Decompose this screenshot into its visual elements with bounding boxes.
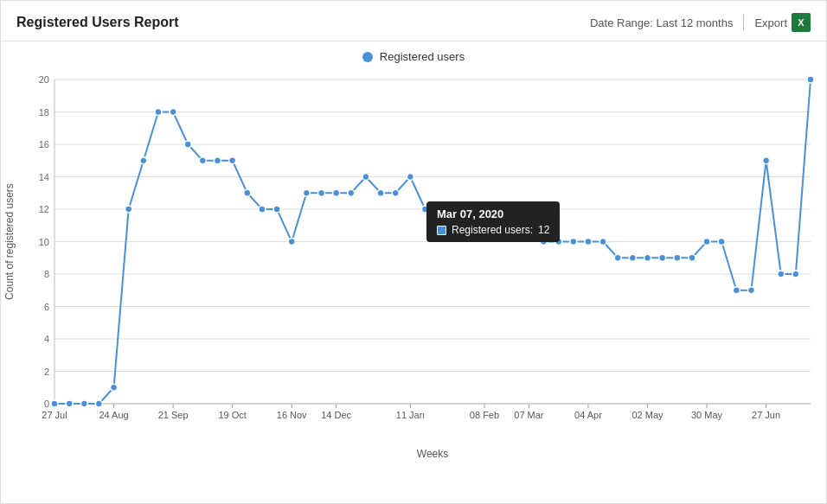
svg-point-101 (807, 76, 814, 83)
svg-point-55 (125, 206, 132, 213)
svg-point-86 (585, 239, 592, 246)
svg-point-91 (659, 254, 666, 261)
svg-text:14: 14 (39, 172, 49, 182)
svg-point-80 (496, 206, 503, 213)
svg-text:2: 2 (44, 367, 49, 377)
svg-text:27 Jul: 27 Jul (42, 410, 67, 420)
svg-point-97 (747, 287, 754, 294)
svg-point-88 (614, 254, 621, 261)
svg-point-67 (303, 189, 310, 196)
svg-text:11 Jan: 11 Jan (396, 410, 425, 420)
svg-text:19 Oct: 19 Oct (218, 410, 246, 420)
legend-label: Registered users (380, 50, 465, 63)
chart-container: Registered Users Report Date Range: Last… (0, 0, 827, 504)
svg-point-53 (95, 400, 102, 407)
svg-text:30 May: 30 May (691, 410, 723, 420)
svg-point-96 (733, 287, 740, 294)
export-label: Export (754, 16, 787, 29)
svg-text:0: 0 (44, 399, 49, 409)
svg-point-50 (51, 400, 58, 407)
svg-text:14 Dec: 14 Dec (321, 410, 351, 420)
svg-point-56 (140, 157, 147, 164)
svg-text:24 Aug: 24 Aug (99, 410, 128, 420)
svg-point-70 (348, 189, 355, 196)
chart-header: Registered Users Report Date Range: Last… (1, 1, 826, 41)
legend-dot (362, 52, 373, 62)
svg-text:18: 18 (39, 107, 49, 118)
svg-text:04 Apr: 04 Apr (574, 410, 602, 420)
svg-text:6: 6 (44, 302, 49, 312)
svg-point-90 (644, 254, 651, 261)
svg-point-78 (466, 206, 473, 213)
svg-text:16 Nov: 16 Nov (277, 410, 307, 420)
svg-point-93 (689, 254, 696, 261)
svg-point-95 (718, 239, 725, 246)
svg-text:08 Feb: 08 Feb (470, 410, 499, 420)
svg-point-75 (421, 206, 428, 213)
header-divider (743, 15, 744, 30)
svg-point-79 (481, 206, 488, 213)
svg-text:Weeks: Weeks (417, 448, 448, 460)
svg-point-83 (541, 239, 548, 246)
header-right: Date Range: Last 12 months Export X (590, 13, 811, 32)
svg-text:10: 10 (39, 237, 49, 247)
export-icon: X (792, 13, 811, 32)
svg-point-100 (792, 271, 799, 278)
svg-point-98 (763, 157, 770, 164)
svg-point-81 (510, 206, 517, 213)
svg-point-84 (555, 239, 562, 246)
svg-point-62 (229, 157, 236, 164)
svg-point-64 (259, 206, 266, 213)
svg-text:16: 16 (39, 139, 49, 150)
chart-legend: Registered users (1, 50, 826, 63)
svg-point-68 (317, 189, 324, 196)
svg-text:12: 12 (39, 204, 49, 214)
svg-point-61 (215, 157, 221, 164)
svg-point-71 (362, 174, 369, 181)
svg-text:02 May: 02 May (631, 410, 664, 420)
svg-text:Count of registered users: Count of registered users (3, 183, 16, 300)
svg-point-59 (184, 141, 191, 148)
svg-point-85 (570, 239, 577, 246)
svg-text:8: 8 (44, 269, 49, 279)
svg-text:4: 4 (44, 334, 49, 344)
svg-point-77 (452, 206, 458, 213)
svg-text:20: 20 (39, 74, 49, 85)
svg-point-69 (333, 189, 340, 196)
svg-point-57 (155, 109, 162, 116)
svg-point-92 (674, 254, 681, 261)
svg-point-58 (170, 109, 176, 116)
svg-point-94 (703, 239, 710, 246)
chart-area: Registered users 0246810121416182027 Jul… (1, 41, 826, 496)
svg-point-60 (199, 157, 206, 164)
svg-point-52 (80, 400, 87, 407)
date-range-label: Date Range: Last 12 months (590, 16, 734, 29)
svg-point-73 (392, 189, 399, 196)
svg-point-99 (778, 271, 785, 278)
svg-text:07 Mar: 07 Mar (514, 410, 544, 420)
svg-point-87 (599, 239, 606, 246)
line-chart-svg: 0246810121416182027 Jul24 Aug21 Sep19 Oc… (1, 67, 827, 464)
svg-text:27 Jun: 27 Jun (752, 410, 780, 420)
svg-point-74 (407, 174, 414, 181)
svg-point-89 (629, 254, 636, 261)
svg-point-54 (111, 384, 118, 391)
svg-point-72 (377, 189, 384, 196)
svg-text:21 Sep: 21 Sep (158, 410, 189, 420)
svg-point-65 (273, 206, 280, 213)
svg-point-76 (437, 206, 444, 213)
export-button[interactable]: Export X (754, 13, 811, 32)
svg-point-63 (244, 189, 251, 196)
svg-point-51 (66, 400, 73, 407)
svg-point-66 (288, 239, 295, 246)
svg-point-82 (525, 206, 532, 213)
chart-title: Registered Users Report (16, 15, 179, 30)
